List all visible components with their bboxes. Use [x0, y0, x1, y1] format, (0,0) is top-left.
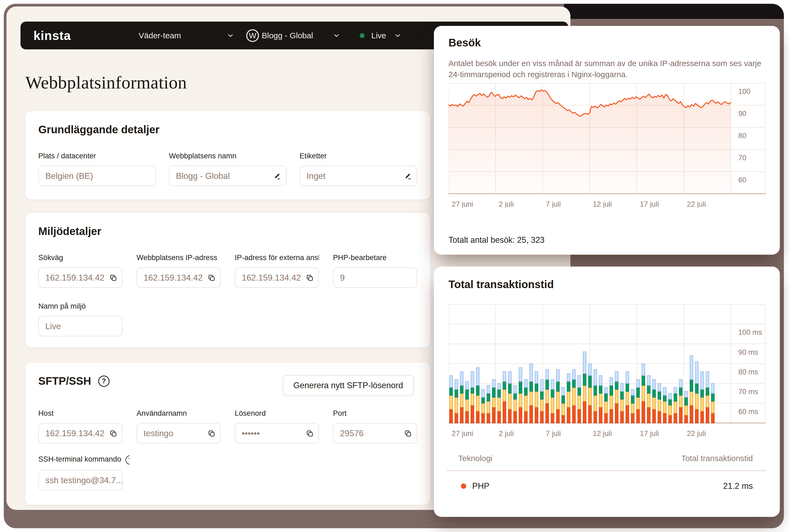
- external-ip-field[interactable]: 162.159.134.42: [235, 267, 319, 288]
- field-ssh-command: SSH-terminal kommando? ssh testingo@34.7…: [38, 455, 123, 491]
- copy-icon[interactable]: [208, 274, 215, 281]
- svg-text:100: 100: [738, 88, 750, 95]
- wordpress-icon: W: [246, 28, 260, 43]
- svg-text:27 juni: 27 juni: [452, 430, 473, 438]
- copy-icon[interactable]: [404, 430, 412, 437]
- labels-field[interactable]: Inget: [300, 166, 417, 186]
- php-workers-field[interactable]: 9: [333, 267, 417, 288]
- php-legend-dot: [461, 483, 466, 489]
- ssh-command-field[interactable]: ssh testingo@34.7...: [38, 470, 123, 491]
- svg-text:80 ms: 80 ms: [738, 368, 758, 376]
- live-status-dot: [360, 33, 364, 38]
- field-username: Användarnamn testingo: [136, 409, 221, 443]
- field-php-workers: PHP-bearbetare 9: [333, 253, 417, 288]
- field-label: PHP-bearbetare: [333, 253, 417, 262]
- host-field[interactable]: 162.159.134.42: [38, 423, 123, 443]
- field-label: Sökväg: [38, 253, 123, 262]
- field-label: Host: [38, 409, 123, 418]
- table-header: Teknologi Total transaktionstid: [458, 454, 753, 463]
- visits-description: Antalet besök under en viss månad är sum…: [449, 58, 770, 80]
- svg-text:22 juli: 22 juli: [687, 430, 706, 438]
- generate-sftp-password-button[interactable]: Generera nytt SFTP-lösenord: [283, 375, 414, 396]
- svg-text:7 juli: 7 juli: [546, 430, 561, 438]
- environment-selector[interactable]: Live: [371, 31, 386, 40]
- env-name-field[interactable]: Live: [38, 316, 123, 337]
- backdrop-top-strip: [564, 4, 784, 19]
- transaction-time-bar-chart: 100 ms90 ms80 ms70 ms60 ms27 juni2 juli7…: [449, 304, 766, 438]
- environment-details-card: Miljödetaljer Sökväg 162.159.134.42 Webb…: [25, 213, 430, 347]
- svg-text:80: 80: [738, 132, 746, 140]
- field-label: SSH-terminal kommando?: [38, 455, 123, 464]
- php-time-value: 21.2 ms: [723, 481, 753, 491]
- card-title: SFTP/SSH ?: [38, 375, 110, 387]
- field-location: Plats / datacenter Belgien (BE): [38, 152, 156, 186]
- field-host: Host 162.159.134.42: [38, 409, 123, 443]
- svg-text:17 juli: 17 juli: [640, 200, 659, 208]
- chevron-down-icon[interactable]: [333, 32, 340, 39]
- site-name-field[interactable]: Blogg - Global: [169, 166, 286, 186]
- page-title: Webbplatsinformation: [25, 72, 187, 93]
- svg-text:70 ms: 70 ms: [738, 388, 758, 396]
- sftp-ssh-card: SFTP/SSH ? Generera nytt SFTP-lösenord H…: [25, 363, 430, 505]
- field-label: IP-adress för externa anslutningar: [235, 253, 319, 262]
- field-labels: Etiketter Inget: [300, 152, 417, 186]
- field-site-name: Webbplatsens namn Blogg - Global: [169, 152, 286, 186]
- field-label: Plats / datacenter: [38, 152, 156, 160]
- path-field[interactable]: 162.159.134.42: [38, 267, 123, 288]
- site-selector[interactable]: Blogg - Global: [262, 31, 313, 40]
- visits-title: Besök: [449, 37, 481, 49]
- field-path: Sökväg 162.159.134.42: [38, 253, 123, 288]
- field-password: Lösenord ••••••: [235, 409, 319, 443]
- field-label: Port: [333, 409, 417, 418]
- card-title: Grundläggande detaljer: [38, 124, 159, 136]
- svg-text:27 juni: 27 juni: [452, 200, 473, 208]
- basic-details-card: Grundläggande detaljer Plats / datacente…: [25, 111, 430, 200]
- svg-text:7 juli: 7 juli: [546, 200, 561, 208]
- copy-icon[interactable]: [306, 430, 314, 437]
- svg-text:60: 60: [738, 176, 746, 184]
- field-port: Port 29576: [333, 409, 417, 443]
- help-icon[interactable]: ?: [98, 376, 110, 387]
- field-label: Webbplatsens namn: [169, 152, 286, 160]
- svg-text:90: 90: [738, 110, 746, 118]
- visits-card: Besök Antalet besök under en viss månad …: [434, 26, 780, 255]
- svg-text:12 juli: 12 juli: [593, 200, 612, 208]
- field-label: Användarnamn: [136, 409, 221, 418]
- transaction-time-card: Total transaktionstid 100 ms90 ms80 ms70…: [434, 267, 780, 517]
- team-selector[interactable]: Väder-team: [139, 31, 181, 40]
- edit-icon[interactable]: [274, 172, 281, 180]
- svg-text:12 juli: 12 juli: [593, 430, 612, 438]
- chevron-down-icon[interactable]: [227, 32, 234, 39]
- copy-icon[interactable]: [208, 430, 215, 437]
- port-field[interactable]: 29576: [333, 423, 417, 443]
- visits-total: Totalt antal besök: 25, 323: [449, 235, 545, 245]
- copy-icon[interactable]: [110, 274, 117, 281]
- visits-line-chart: 1009080706027 juni2 juli7 juli12 juli17 …: [449, 83, 766, 208]
- svg-text:100 ms: 100 ms: [738, 328, 762, 337]
- svg-text:90 ms: 90 ms: [738, 348, 758, 356]
- kinsta-logo: kinsta: [34, 28, 71, 43]
- username-field[interactable]: testingo: [136, 423, 221, 443]
- field-env-name: Namn på miljö Live: [38, 302, 123, 337]
- password-field[interactable]: ••••••: [235, 423, 319, 443]
- svg-text:22 juli: 22 juli: [687, 200, 706, 208]
- help-icon-clipped[interactable]: ?: [126, 455, 130, 464]
- svg-text:70: 70: [738, 154, 746, 162]
- card-title: Miljödetaljer: [38, 225, 101, 238]
- svg-text:2 juli: 2 juli: [499, 430, 514, 438]
- location-field[interactable]: Belgien (BE): [38, 166, 156, 186]
- field-label: Lösenord: [235, 409, 319, 418]
- site-ip-field[interactable]: 162.159.134.42: [136, 267, 221, 288]
- edit-icon[interactable]: [404, 172, 412, 180]
- chevron-down-icon[interactable]: [394, 32, 401, 39]
- copy-icon[interactable]: [306, 274, 314, 281]
- field-label: Namn på miljö: [38, 302, 123, 310]
- field-external-ip: IP-adress för externa anslutningar 162.1…: [235, 253, 319, 288]
- field-site-ip: Webbplatsens IP-adress 162.159.134.42: [136, 253, 221, 288]
- copy-icon[interactable]: [110, 430, 117, 437]
- column-technology: Teknologi: [458, 454, 492, 463]
- svg-text:60 ms: 60 ms: [738, 407, 758, 416]
- column-total-time: Total transaktionstid: [681, 454, 753, 463]
- svg-text:17 juli: 17 juli: [640, 430, 659, 438]
- php-label: PHP: [472, 481, 489, 491]
